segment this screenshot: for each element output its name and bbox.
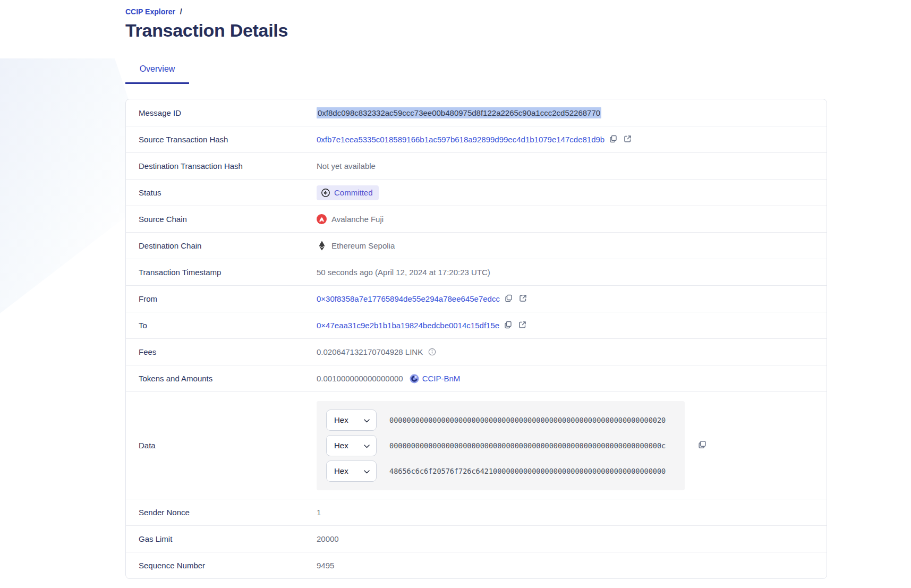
data-hex-value: 0000000000000000000000000000000000000000… (389, 441, 666, 450)
page-title: Transaction Details (125, 20, 827, 41)
row-label-status: Status (139, 188, 317, 197)
row-label-fees: Fees (139, 347, 317, 356)
dest-tx-hash-value: Not yet available (317, 161, 376, 171)
chevron-down-icon (364, 466, 370, 475)
dest-chain-value: Ethereum Sepolia (331, 241, 395, 250)
external-link-icon (518, 294, 527, 304)
data-hex-value: 48656c6c6f20576f726c64210000000000000000… (389, 467, 666, 475)
copy-data-button[interactable] (697, 440, 707, 451)
table-row-dest-chain: Destination Chain Ethereum Sepolia (126, 232, 827, 259)
data-encoding-value: Hex (334, 466, 348, 475)
status-badge: Committed (317, 185, 379, 200)
table-row-sender-nonce: Sender Nonce 1 (126, 499, 827, 525)
open-source-tx-external-button[interactable] (623, 134, 632, 145)
row-label-data: Data (139, 441, 317, 450)
table-row-data: Data Hex 0000000000000000000000000000000… (126, 391, 827, 499)
message-id-value: 0xf8dc098c832332ac59ccc73ee00b480975d8f1… (317, 107, 601, 118)
tab-bar: Overview (125, 64, 827, 84)
copy-icon (504, 320, 513, 331)
table-row-sequence-number: Sequence Number 9495 (126, 552, 827, 578)
external-link-icon (623, 134, 632, 145)
table-row-to: To 0×47eaa31c9e2b1b1ba19824bedcbe0014c15… (126, 312, 827, 338)
breadcrumb-separator: / (180, 7, 182, 16)
fees-info-icon[interactable] (428, 348, 436, 356)
table-row-source-chain: Source Chain Avalanche Fuji (126, 206, 827, 232)
copy-icon (697, 440, 707, 451)
row-label-dest-chain: Destination Chain (139, 241, 317, 250)
table-row-message-id: Message ID 0xf8dc098c832332ac59ccc73ee00… (126, 99, 827, 126)
table-row-source-tx-hash: Source Transaction Hash 0xfb7e1eea5335c0… (126, 126, 827, 152)
timestamp-value: 50 seconds ago (April 12, 2024 at 17:20:… (317, 268, 490, 277)
table-row-status: Status Committed (126, 179, 827, 206)
data-encoding-value: Hex (334, 415, 348, 424)
gas-limit-value: 20000 (317, 534, 339, 543)
open-from-address-external-button[interactable] (518, 294, 527, 304)
row-label-message-id: Message ID (139, 108, 317, 117)
row-label-tokens: Tokens and Amounts (139, 374, 317, 383)
chevron-down-icon (364, 441, 370, 450)
breadcrumb-link-ccip-explorer[interactable]: CCIP Explorer (125, 7, 175, 16)
source-chain-value: Avalanche Fuji (331, 215, 384, 224)
ethereum-icon (317, 241, 327, 251)
source-tx-hash-link[interactable]: 0xfb7e1eea5335c018589166b1ac597b618a9289… (317, 135, 605, 144)
chevron-down-icon (364, 415, 370, 424)
data-hex-panel: Hex 000000000000000000000000000000000000… (317, 401, 685, 490)
table-row-fees: Fees 0.020647132170704928 LINK (126, 338, 827, 365)
data-line-2: Hex 000000000000000000000000000000000000… (326, 435, 675, 456)
data-encoding-value: Hex (334, 441, 348, 450)
data-line-1: Hex 000000000000000000000000000000000000… (326, 410, 675, 431)
data-encoding-select[interactable]: Hex (326, 435, 377, 456)
copy-source-tx-hash-button[interactable] (609, 134, 618, 145)
transaction-details-card: Message ID 0xf8dc098c832332ac59ccc73ee00… (125, 99, 827, 579)
breadcrumb: CCIP Explorer / (125, 7, 827, 16)
table-row-tokens: Tokens and Amounts 0.001000000000000000 … (126, 365, 827, 391)
copy-icon (504, 294, 513, 304)
sequence-number-value: 9495 (317, 561, 334, 570)
status-committed-icon (321, 188, 330, 198)
row-label-source-chain: Source Chain (139, 215, 317, 224)
data-encoding-select[interactable]: Hex (326, 461, 377, 482)
from-address-link[interactable]: 0×30f8358a7e17765894de55e294a78ee645e7ed… (317, 294, 500, 303)
external-link-icon (518, 320, 527, 331)
table-row-timestamp: Transaction Timestamp 50 seconds ago (Ap… (126, 259, 827, 285)
copy-from-address-button[interactable] (504, 294, 513, 304)
row-label-source-tx-hash: Source Transaction Hash (139, 135, 317, 144)
table-row-gas-limit: Gas Limit 20000 (126, 525, 827, 552)
tab-overview[interactable]: Overview (125, 64, 189, 84)
data-encoding-select[interactable]: Hex (326, 410, 377, 431)
row-label-timestamp: Transaction Timestamp (139, 268, 317, 277)
row-label-sender-nonce: Sender Nonce (139, 508, 317, 517)
ccip-bnm-token-icon (410, 374, 419, 384)
open-to-address-external-button[interactable] (518, 320, 527, 331)
fees-value: 0.020647132170704928 LINK (317, 347, 423, 356)
main-content: CCIP Explorer / Transaction Details Over… (125, 7, 827, 579)
row-label-to: To (139, 321, 317, 330)
token-amount-value: 0.001000000000000000 (317, 374, 403, 383)
sender-nonce-value: 1 (317, 508, 321, 517)
avalanche-icon (317, 214, 327, 224)
to-address-link[interactable]: 0×47eaa31c9e2b1b1ba19824bedcbe0014c15df1… (317, 321, 499, 330)
table-row-dest-tx-hash: Destination Transaction Hash Not yet ava… (126, 152, 827, 179)
copy-icon (609, 134, 618, 145)
row-label-gas-limit: Gas Limit (139, 534, 317, 543)
row-label-dest-tx-hash: Destination Transaction Hash (139, 161, 317, 171)
token-ccip-bnm-link[interactable]: CCIP-BnM (422, 374, 461, 383)
table-row-from: From 0×30f8358a7e17765894de55e294a78ee64… (126, 285, 827, 312)
data-line-3: Hex 48656c6c6f20576f726c6421000000000000… (326, 461, 675, 482)
copy-to-address-button[interactable] (504, 320, 513, 331)
status-badge-label: Committed (334, 188, 373, 197)
row-label-from: From (139, 294, 317, 303)
data-hex-value: 0000000000000000000000000000000000000000… (389, 416, 666, 424)
row-label-sequence-number: Sequence Number (139, 561, 317, 570)
